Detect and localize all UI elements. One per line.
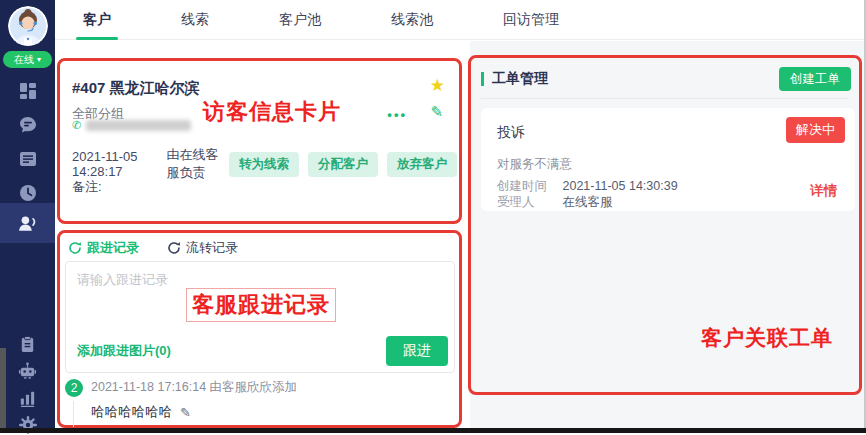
- dashboard-icon: [18, 81, 38, 101]
- tab-followup-records[interactable]: 跟进记录: [68, 239, 139, 257]
- customer-title: #407 黑龙江哈尔滨: [72, 79, 200, 98]
- followup-tab-label: 跟进记录: [87, 239, 139, 257]
- phone-row: ✆: [72, 120, 191, 131]
- assign-customer-button[interactable]: 分配客户: [308, 152, 378, 177]
- phone-number-redacted: [86, 120, 191, 131]
- assignee-value: 在线客服: [562, 195, 612, 209]
- annotation-followup-record: 客服跟进记录: [186, 288, 336, 322]
- capture-bottom-edge: [0, 428, 866, 433]
- abandon-customer-button[interactable]: 放弃客户: [387, 152, 457, 177]
- followup-submit-button[interactable]: 跟进: [386, 336, 448, 366]
- refresh-icon: [68, 241, 82, 255]
- customer-info-card: #407 黑龙江哈尔滨 ★ 全部分组 访客信息卡片 ••• ✎ ✆ 2021-1…: [57, 58, 462, 224]
- convert-to-lead-button[interactable]: 转为线索: [229, 152, 299, 177]
- sidebar-item-list[interactable]: [0, 142, 55, 176]
- followup-input-box: 客服跟进记录 添加跟进图片(0) 跟进: [65, 261, 455, 373]
- add-followup-image-link[interactable]: 添加跟进图片(0): [77, 342, 171, 360]
- star-favorite-icon[interactable]: ★: [430, 77, 445, 94]
- annotation-visitor-card: 访客信息卡片: [203, 97, 341, 127]
- workorder-title: 工单管理: [492, 70, 548, 88]
- remark-label: 备注:: [72, 178, 102, 196]
- created-label: 创建时间: [497, 178, 549, 195]
- agent-avatar-illustration: [8, 6, 48, 46]
- clock-icon: [18, 183, 38, 203]
- ticket-description: 对服务不满意: [497, 156, 572, 173]
- record-index-badge: 2: [65, 379, 83, 397]
- record-content-row: 哈哈哈哈哈哈 ✎: [91, 403, 297, 421]
- ticket-detail-link[interactable]: 详情: [810, 182, 837, 200]
- bar-chart-icon: [18, 389, 37, 408]
- create-workorder-button[interactable]: 创建工单: [779, 67, 851, 91]
- divider: [481, 98, 849, 99]
- top-nav: 客户 线索 客户池 线索池 回访管理: [55, 0, 864, 40]
- accent-bar: [481, 72, 484, 86]
- customer-person-icon: [17, 213, 38, 234]
- app-window: 在线 ▾: [0, 0, 866, 435]
- sidebar-item-chat[interactable]: [0, 108, 55, 142]
- followup-tabs: 跟进记录 流转记录: [68, 239, 238, 257]
- workorder-header: 工单管理 创建工单: [481, 66, 851, 92]
- status-label: 在线: [14, 53, 34, 67]
- customer-owner: 由在线客服负责: [166, 146, 229, 182]
- status-pill[interactable]: 在线 ▾: [3, 51, 52, 68]
- tab-transfer-records[interactable]: 流转记录: [167, 239, 238, 257]
- record-body: 2021-11-18 17:16:14 由客服欣欣添加 哈哈哈哈哈哈 ✎: [91, 379, 297, 421]
- workorder-ticket-card: 投诉 解决中 对服务不满意 创建时间 2021-11-05 14:30:39 受…: [481, 108, 855, 211]
- phone-icon: ✆: [72, 120, 81, 131]
- created-value: 2021-11-05 14:30:39: [562, 179, 677, 193]
- clipboard-icon: [18, 335, 37, 354]
- edit-record-icon[interactable]: ✎: [180, 405, 191, 420]
- followup-footer: 添加跟进图片(0) 跟进: [77, 336, 448, 366]
- ticket-assignee-row: 受理人 在线客服: [497, 194, 612, 211]
- tab-lead-pool[interactable]: 线索池: [391, 11, 433, 29]
- followup-record-card: 跟进记录 流转记录 客服跟进记录 添加跟进图片(0) 跟进 2 2021-11-…: [57, 230, 462, 428]
- record-content: 哈哈哈哈哈哈: [91, 403, 172, 421]
- sidebar-item-dashboard[interactable]: [0, 74, 55, 108]
- transfer-tab-label: 流转记录: [186, 239, 238, 257]
- edit-icon[interactable]: ✎: [430, 103, 443, 121]
- avatar[interactable]: [8, 6, 48, 46]
- ticket-status-badge: 解决中: [786, 117, 845, 143]
- ticket-created-row: 创建时间 2021-11-05 14:30:39: [497, 178, 678, 195]
- tab-customer-pool[interactable]: 客户池: [279, 11, 321, 29]
- customer-actions: 转为线索 分配客户 放弃客户: [229, 152, 457, 177]
- annotation-related-workorder: 客户关联工单: [701, 324, 833, 352]
- customer-info-row: 2021-11-05 14:28:17 由在线客服负责 转为线索 分配客户 放弃…: [72, 146, 457, 182]
- capture-edge-strip: [0, 348, 6, 429]
- caret-down-icon: ▾: [37, 56, 41, 64]
- record-meta: 2021-11-18 17:16:14 由客服欣欣添加: [91, 379, 297, 396]
- tab-leads[interactable]: 线索: [181, 11, 209, 29]
- robot-icon: [18, 361, 37, 380]
- sidebar-item-customers[interactable]: [0, 203, 55, 243]
- workorder-panel: 工单管理 创建工单 投诉 解决中 对服务不满意 创建时间 2021-11-05 …: [468, 55, 862, 395]
- customer-created-datetime: 2021-11-05 14:28:17: [72, 149, 154, 179]
- more-actions-icon[interactable]: •••: [387, 107, 407, 122]
- tab-revisit-management[interactable]: 回访管理: [503, 11, 559, 29]
- chat-icon: [18, 115, 38, 135]
- tab-customer[interactable]: 客户: [83, 11, 111, 29]
- assignee-label: 受理人: [497, 194, 549, 211]
- followup-record-item: 2 2021-11-18 17:16:14 由客服欣欣添加 哈哈哈哈哈哈 ✎: [65, 379, 297, 421]
- ticket-title: 投诉: [497, 124, 525, 142]
- refresh-icon: [167, 241, 181, 255]
- sidebar: 在线 ▾: [0, 0, 55, 430]
- list-icon: [18, 149, 38, 169]
